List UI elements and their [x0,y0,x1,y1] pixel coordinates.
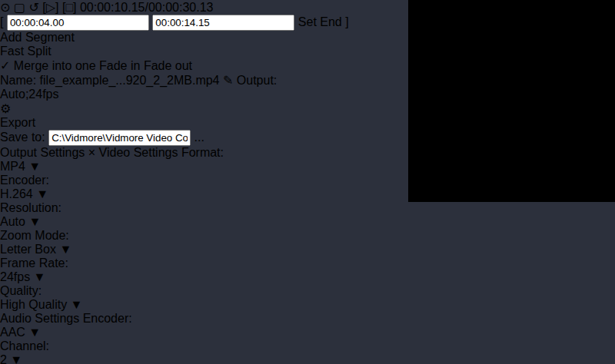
quality-value: High Quality [0,298,67,311]
merge-into-one-label: Merge into one [14,59,96,72]
audio-settings-header: Audio Settings [0,312,79,325]
trim-end-input[interactable] [152,15,294,31]
video-settings-header: Video Settings [99,146,178,159]
frame-rate-label: Frame Rate: [0,256,68,270]
chevron-down-icon: ▼ [28,215,41,228]
set-end-bracket-icon[interactable]: ] [345,15,348,28]
channel-dropdown[interactable]: 2 ▼ [0,353,615,364]
save-path-input[interactable] [48,130,191,146]
audio-encoder-value: AAC [0,326,25,339]
audio-encoder-label: Encoder: [83,312,132,325]
format-label: Format: [181,146,224,159]
resolution-value: Auto [0,215,25,228]
close-icon[interactable]: × [88,146,95,159]
channel-label: Channel: [0,339,49,352]
chevron-down-icon: ▼ [28,326,41,339]
file-name-value: file_example_...920_2_2MB.mp4 [40,74,220,87]
frame-rate-dropdown[interactable]: 24fps ▼ [0,270,615,284]
encoder-label: Encoder: [0,174,49,187]
encoder-value: H.264 [0,187,33,200]
dialog-title: Output Settings [0,146,85,159]
quality-label: Quality: [0,284,42,297]
zoom-mode-value: Letter Box [0,243,56,256]
earth-image [434,31,565,161]
snapshot-icon[interactable]: ⊙ [0,1,10,14]
format-value: MP4 [0,160,25,173]
output-label: Output: [237,74,277,87]
audio-encoder-dropdown[interactable]: AAC ▼ [0,326,615,339]
stop-clip-icon[interactable]: [□] [62,1,77,14]
output-settings-gear-icon[interactable]: ⚙ [0,102,11,115]
set-start-bracket-icon[interactable]: [ [0,15,3,28]
save-to-label: Save to: [0,131,45,144]
chevron-down-icon: ▼ [59,243,71,256]
output-format-value: Auto;24fps [0,88,59,101]
channel-value: 2 [0,353,7,364]
zoom-mode-dropdown[interactable]: Letter Box ▼ [0,243,615,256]
time-display: 00:00:10.15/00:00:30.13 [80,1,214,14]
chevron-down-icon: ▼ [10,353,22,364]
chevron-down-icon: ▼ [28,160,41,173]
chevron-down-icon: ▼ [36,187,48,200]
app-window: ⊙ ▢ ↺ [▷] [□] 00:00:10.15/00:00:30.13 [ … [0,0,615,364]
video-preview [408,0,615,202]
resolution-dropdown[interactable]: Auto ▼ [0,215,615,229]
edit-name-icon[interactable]: ✎ [223,74,233,87]
set-end-button[interactable]: Set End [298,15,342,28]
frame-rate-value: 24fps [0,270,30,283]
quality-dropdown[interactable]: High Quality ▼ [0,298,615,312]
zoom-mode-label: Zoom Mode: [0,229,69,242]
trim-start-input[interactable] [7,15,149,31]
merge-into-one-checkbox[interactable]: ✓ [0,59,10,72]
chevron-down-icon: ▼ [34,270,46,283]
replay-icon[interactable]: ↺ [28,1,38,14]
stop-icon[interactable]: ▢ [14,1,25,14]
chevron-down-icon: ▼ [71,298,83,311]
resolution-label: Resolution: [0,201,62,214]
name-label: Name: [0,74,36,87]
play-clip-icon[interactable]: [▷] [42,1,58,14]
browse-more-button[interactable]: ... [194,131,204,144]
fade-out-label: Fade out [144,59,192,72]
fade-in-label: Fade in [99,59,140,72]
